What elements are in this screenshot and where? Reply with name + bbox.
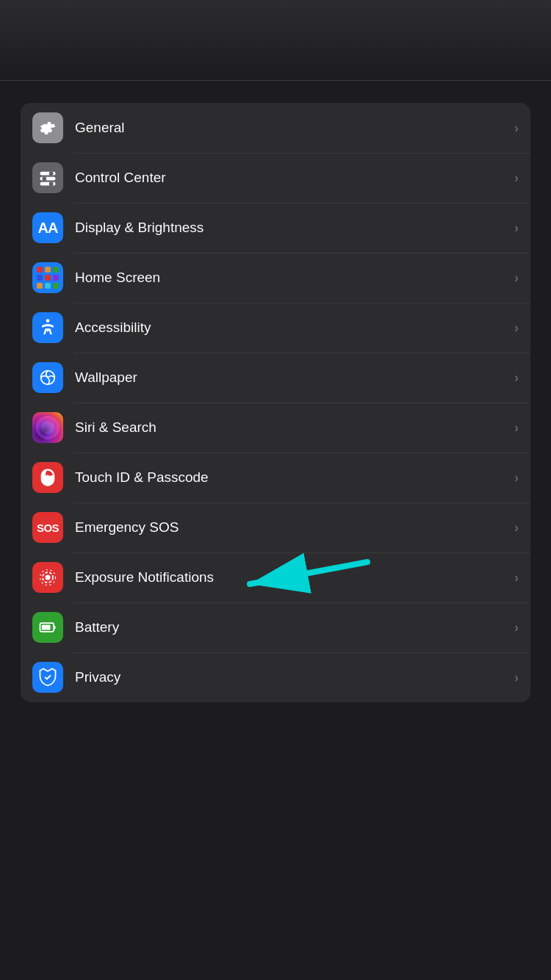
settings-row-control-center[interactable]: Control Center› (21, 153, 530, 203)
svg-point-4 (42, 176, 46, 181)
display-chevron: › (514, 220, 519, 236)
sos-chevron: › (514, 520, 519, 536)
accessibility-chevron: › (514, 320, 519, 336)
settings-row-battery[interactable]: Battery› (21, 602, 530, 652)
control-center-chevron: › (514, 170, 519, 186)
accessibility-label: Accessibility (75, 320, 514, 336)
svg-rect-12 (54, 626, 55, 630)
settings-row-privacy[interactable]: Privacy› (21, 652, 530, 702)
battery-chevron: › (514, 620, 519, 635)
touchid-chevron: › (514, 470, 519, 486)
home-screen-icon (32, 262, 63, 293)
control-center-label: Control Center (75, 170, 514, 186)
sos-icon: SOS (32, 512, 63, 543)
privacy-label: Privacy (75, 669, 514, 685)
home-screen-label: Home Screen (75, 270, 514, 286)
svg-point-5 (49, 181, 54, 186)
svg-point-3 (49, 171, 54, 176)
wallpaper-label: Wallpaper (75, 370, 514, 386)
accessibility-icon (32, 312, 63, 343)
exposure-chevron: › (514, 570, 519, 586)
settings-row-home-screen[interactable]: Home Screen› (21, 253, 530, 303)
general-label: General (75, 120, 514, 136)
battery-icon (32, 612, 63, 643)
siri-icon (32, 412, 63, 443)
privacy-chevron: › (514, 670, 519, 685)
general-chevron: › (514, 120, 519, 136)
content: General› Control Center›AADisplay & Brig… (0, 81, 551, 724)
home-screen-chevron: › (514, 270, 519, 286)
siri-label: Siri & Search (75, 419, 514, 436)
battery-label: Battery (75, 619, 514, 635)
settings-row-wallpaper[interactable]: Wallpaper› (21, 353, 530, 403)
settings-row-siri[interactable]: Siri & Search› (21, 403, 530, 453)
settings-row-sos[interactable]: SOSEmergency SOS› (21, 502, 530, 552)
control-center-icon (32, 162, 63, 193)
display-label: Display & Brightness (75, 220, 514, 236)
svg-point-8 (46, 575, 51, 580)
exposure-icon (32, 562, 63, 593)
general-icon (32, 112, 63, 143)
privacy-icon (32, 662, 63, 693)
header (0, 0, 551, 81)
settings-row-accessibility[interactable]: Accessibility› (21, 303, 530, 353)
settings-row-display[interactable]: AADisplay & Brightness› (21, 203, 530, 253)
wallpaper-chevron: › (514, 370, 519, 386)
svg-rect-13 (42, 625, 51, 630)
wallpaper-icon (32, 362, 63, 393)
exposure-label: Exposure Notifications (75, 569, 514, 586)
touchid-icon (32, 462, 63, 493)
settings-row-touchid[interactable]: Touch ID & Passcode› (21, 453, 530, 502)
sos-label: Emergency SOS (75, 519, 514, 536)
siri-chevron: › (514, 420, 519, 436)
svg-point-6 (46, 319, 50, 323)
settings-row-general[interactable]: General› (21, 103, 530, 153)
settings-row-exposure[interactable]: Exposure Notifications› (21, 552, 530, 602)
display-icon: AA (32, 212, 63, 243)
settings-list: General› Control Center›AADisplay & Brig… (21, 103, 530, 702)
touchid-label: Touch ID & Passcode (75, 469, 514, 486)
